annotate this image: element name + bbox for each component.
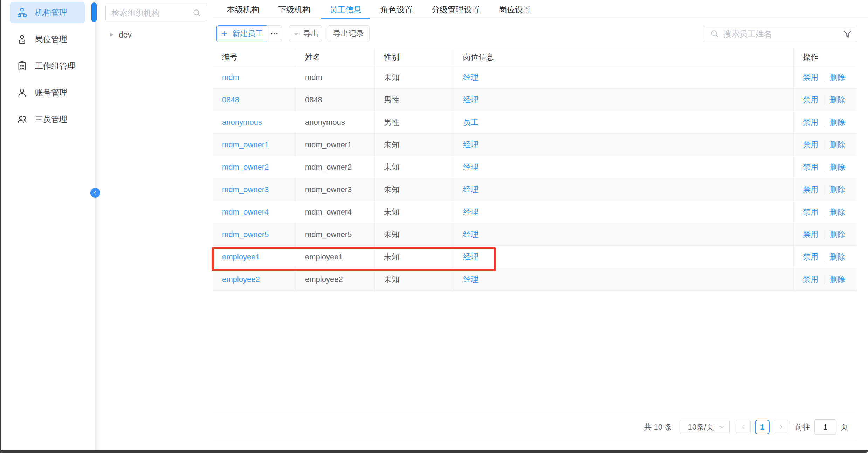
new-employee-label: 新建员工 xyxy=(232,28,263,39)
employee-id-link[interactable]: anonymous xyxy=(222,118,262,127)
tab-role-settings[interactable]: 角色设置 xyxy=(380,0,413,19)
org-tree-search-input[interactable]: 检索组织机构 xyxy=(105,5,207,21)
tree-node-dev[interactable]: dev xyxy=(110,28,132,41)
employee-id-link[interactable]: mdm_owner2 xyxy=(222,163,269,172)
disable-action-link[interactable]: 禁用 xyxy=(803,207,818,217)
column-header-name: 姓名 xyxy=(296,48,375,66)
delete-action-link[interactable]: 删除 xyxy=(830,252,845,262)
delete-action-link[interactable]: 删除 xyxy=(830,117,845,128)
employee-position-link[interactable]: 员工 xyxy=(463,117,478,128)
page-size-select[interactable]: 10条/页 xyxy=(680,420,730,434)
disable-action-link[interactable]: 禁用 xyxy=(803,229,818,240)
sidebar-item-post-management[interactable]: 岗位管理 xyxy=(10,28,85,50)
org-tree-search-placeholder: 检索组织机构 xyxy=(111,8,189,19)
delete-action-link[interactable]: 删除 xyxy=(830,207,845,217)
disable-action-link[interactable]: 禁用 xyxy=(803,274,818,285)
collapse-panel-button[interactable] xyxy=(90,188,100,198)
employee-gender-cell: 未知 xyxy=(375,178,454,201)
delete-action-link[interactable]: 删除 xyxy=(830,162,845,173)
export-button[interactable]: 导出 xyxy=(289,25,322,42)
next-page-button[interactable] xyxy=(774,420,788,434)
table-row: anonymous anonymous 男性 员工 禁用 删除 xyxy=(213,111,857,134)
delete-action-link[interactable]: 删除 xyxy=(830,72,845,83)
sidebar-item-account-management[interactable]: 账号管理 xyxy=(10,82,85,103)
toolbar: 新建员工 导出 导出记录 搜索员工姓名 xyxy=(216,25,857,42)
employee-id-link[interactable]: employee2 xyxy=(222,275,260,284)
employee-search-placeholder: 搜索员工姓名 xyxy=(723,28,839,39)
action-divider xyxy=(824,275,824,284)
employee-position-link[interactable]: 经理 xyxy=(463,229,478,240)
sidebar-item-org-management[interactable]: 机构管理 xyxy=(10,2,85,23)
delete-action-link[interactable]: 删除 xyxy=(830,274,845,285)
action-divider xyxy=(824,230,824,239)
employee-id-link[interactable]: mdm_owner5 xyxy=(222,230,269,239)
employee-gender-cell: 未知 xyxy=(375,201,454,223)
disable-action-link[interactable]: 禁用 xyxy=(803,72,818,83)
employee-gender-cell: 未知 xyxy=(375,268,454,290)
delete-action-link[interactable]: 删除 xyxy=(830,140,845,150)
employee-position-link[interactable]: 经理 xyxy=(463,95,478,105)
chevron-right-icon xyxy=(778,424,784,430)
tab-employee-info[interactable]: 员工信息 xyxy=(329,0,361,19)
page-unit-label: 页 xyxy=(840,422,848,432)
main-pane: 本级机构 下级机构 员工信息 角色设置 分级管理设置 岗位设置 新建员工 导出 … xyxy=(213,0,868,450)
employee-position-link[interactable]: 经理 xyxy=(463,252,478,262)
employee-gender-cell: 未知 xyxy=(375,223,454,245)
employee-position-link[interactable]: 经理 xyxy=(463,72,478,83)
delete-action-link[interactable]: 删除 xyxy=(830,184,845,195)
disable-action-link[interactable]: 禁用 xyxy=(803,95,818,105)
org-tree-panel: 检索组织机构 dev xyxy=(95,0,213,450)
employee-id-link[interactable]: 0848 xyxy=(222,95,239,104)
employee-position-link[interactable]: 经理 xyxy=(463,207,478,217)
employee-search-input[interactable]: 搜索员工姓名 xyxy=(704,26,857,42)
employee-position-link[interactable]: 经理 xyxy=(463,184,478,195)
employee-name-cell: 0848 xyxy=(296,89,375,111)
sidebar-item-workgroup-management[interactable]: 工作组管理 xyxy=(10,55,85,77)
sidebar-item-label: 岗位管理 xyxy=(35,34,67,45)
badge-user-icon xyxy=(17,34,27,45)
disable-action-link[interactable]: 禁用 xyxy=(803,184,818,195)
sidebar-item-label: 账号管理 xyxy=(35,87,67,98)
goto-page-input[interactable]: 1 xyxy=(814,419,836,435)
page-number-button[interactable]: 1 xyxy=(755,420,770,434)
export-log-label: 导出记录 xyxy=(333,28,364,39)
column-header-actions: 操作 xyxy=(794,48,857,66)
tab-level-management-settings[interactable]: 分级管理设置 xyxy=(432,0,480,19)
employee-id-link[interactable]: mdm_owner4 xyxy=(222,208,269,217)
employee-gender-cell: 男性 xyxy=(375,111,454,133)
action-divider xyxy=(824,163,824,172)
table-row: mdm_owner3 mdm_owner3 未知 经理 禁用 删除 xyxy=(213,178,857,201)
export-log-button[interactable]: 导出记录 xyxy=(328,25,370,42)
tab-sub-org[interactable]: 下级机构 xyxy=(278,0,310,19)
employee-id-link[interactable]: employee1 xyxy=(222,252,260,262)
column-header-gender: 性别 xyxy=(375,48,454,66)
more-actions-button[interactable] xyxy=(267,25,282,42)
action-divider xyxy=(824,140,824,149)
employee-gender-cell: 未知 xyxy=(375,246,454,268)
employee-id-link[interactable]: mdm_owner1 xyxy=(222,140,269,149)
disable-action-link[interactable]: 禁用 xyxy=(803,117,818,128)
employee-name-cell: mdm_owner3 xyxy=(296,178,375,201)
disable-action-link[interactable]: 禁用 xyxy=(803,140,818,150)
sidebar-item-three-roles-management[interactable]: 三员管理 xyxy=(10,108,85,130)
action-divider xyxy=(824,252,824,262)
delete-action-link[interactable]: 删除 xyxy=(830,229,845,240)
caret-right-icon[interactable] xyxy=(110,33,113,37)
filter-icon[interactable] xyxy=(843,29,852,39)
prev-page-button[interactable] xyxy=(736,420,751,434)
disable-action-link[interactable]: 禁用 xyxy=(803,162,818,173)
employee-position-link[interactable]: 经理 xyxy=(463,274,478,285)
delete-action-link[interactable]: 删除 xyxy=(830,95,845,105)
disable-action-link[interactable]: 禁用 xyxy=(803,252,818,262)
new-employee-button[interactable]: 新建员工 xyxy=(216,25,267,42)
employee-id-link[interactable]: mdm_owner3 xyxy=(222,185,269,194)
action-divider xyxy=(824,95,824,104)
tab-current-org[interactable]: 本级机构 xyxy=(227,0,259,19)
tab-post-settings[interactable]: 岗位设置 xyxy=(499,0,531,19)
employee-position-link[interactable]: 经理 xyxy=(463,162,478,173)
employee-position-link[interactable]: 经理 xyxy=(463,140,478,150)
employee-id-link[interactable]: mdm xyxy=(222,73,239,82)
download-icon xyxy=(292,30,300,38)
tab-bar: 本级机构 下级机构 员工信息 角色设置 分级管理设置 岗位设置 xyxy=(213,0,868,19)
sidebar-item-label: 机构管理 xyxy=(35,7,67,18)
